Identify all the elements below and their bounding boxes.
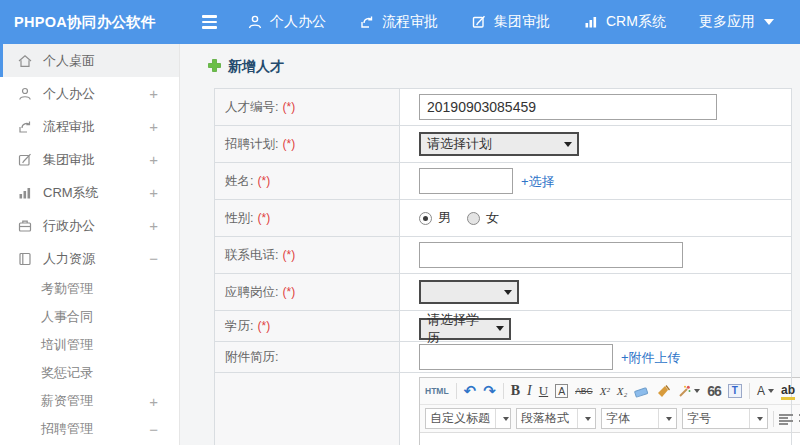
caret-down-icon [666, 417, 672, 421]
form-row-gender: 性别:(*) 男 女 [215, 200, 792, 237]
subscript-button[interactable]: X₂ [617, 385, 628, 397]
form-row-resume: 附件简历: +附件上传 [215, 342, 792, 373]
html-source-button[interactable]: HTML [425, 386, 449, 396]
edit-icon [471, 14, 487, 30]
sidebar-subitem-recruitment[interactable]: 招聘管理 − [0, 415, 179, 443]
align-left-icon[interactable] [779, 413, 794, 425]
resume-input[interactable] [419, 344, 613, 370]
workflow-icon [359, 14, 375, 30]
font-size-dropdown[interactable]: 字号 [682, 408, 768, 429]
sidebar-subitem-rewards[interactable]: 奖惩记录 [0, 359, 179, 387]
form-row-phone: 联系电话:(*) [215, 237, 792, 274]
form-row-education: 学历:(*) 请选择学历 [215, 311, 792, 342]
custom-title-dropdown[interactable]: 自定义标题 [425, 408, 511, 429]
bar-chart-icon [583, 14, 599, 30]
user-icon [247, 14, 263, 30]
blockquote-button[interactable]: 66 [707, 383, 721, 399]
sidebar-subitem-training[interactable]: 培训管理 [0, 331, 179, 359]
nav-item-more-apps[interactable]: 更多应用 [699, 13, 774, 31]
nav-item-personal-office[interactable]: 个人办公 [247, 13, 326, 31]
field-label: 招聘计划: [225, 137, 278, 151]
field-label: 应聘岗位: [225, 285, 278, 299]
underline-button[interactable]: U [539, 383, 548, 399]
bold-button[interactable]: B [511, 383, 520, 399]
sidebar-subitem-contract[interactable]: 人事合同 [0, 303, 179, 331]
choose-person-link[interactable]: +选择 [521, 174, 555, 189]
sidebar-item-workflow-approval[interactable]: 流程审批 + [0, 110, 179, 143]
sidebar-subitem-attendance[interactable]: 考勤管理 [0, 275, 179, 303]
menu-toggle-icon[interactable] [202, 15, 217, 29]
font-border-button[interactable]: A [555, 384, 568, 398]
home-icon [17, 53, 33, 69]
required-mark: (*) [282, 137, 295, 151]
required-mark: (*) [282, 285, 295, 299]
sidebar-subitem-salary[interactable]: 薪资管理 + [0, 387, 179, 415]
form-row-post: 应聘岗位:(*) [215, 274, 792, 311]
field-label: 学历: [225, 319, 253, 333]
font-family-dropdown[interactable]: 字体 [601, 408, 677, 429]
post-select[interactable] [419, 280, 519, 304]
editor-toolbar-row2: 自定义标题 段落格式 字体 字号 [420, 405, 800, 433]
field-label: 人才编号: [225, 100, 278, 114]
gender-female-radio[interactable] [467, 212, 480, 225]
font-color-button[interactable]: A [757, 384, 774, 398]
paragraph-format-dropdown[interactable]: 段落格式 [516, 408, 596, 429]
recruit-plan-select[interactable]: 请选择计划 [419, 132, 579, 156]
book-icon [17, 251, 33, 267]
undo-button[interactable]: ↶ [464, 382, 477, 400]
main-content: 新增人才 人才编号:(*) 招聘计划:(*) 请选择计划 姓名:(*) +选择 [180, 44, 800, 445]
name-input[interactable] [419, 168, 513, 194]
caret-down-icon [503, 417, 509, 421]
caret-down-icon [764, 19, 774, 25]
rich-text-editor: HTML ↶ ↷ B I U A ABC X² X₂ [419, 377, 800, 445]
strikethrough-button[interactable]: ABC [575, 386, 592, 396]
redo-button[interactable]: ↷ [483, 382, 496, 400]
caret-down-icon [585, 417, 591, 421]
form-row-talent-no: 人才编号:(*) [215, 89, 792, 126]
workflow-icon [17, 119, 33, 135]
sidebar: 个人桌面 个人办公 + 流程审批 + 集团审批 + CRM系统 [0, 44, 180, 445]
required-mark: (*) [282, 248, 295, 262]
editor-content-area[interactable] [420, 433, 800, 445]
field-label: 姓名: [225, 174, 253, 188]
caret-down-icon [504, 290, 512, 295]
required-mark: (*) [282, 100, 295, 114]
eraser-icon[interactable] [634, 385, 649, 398]
nav-item-crm[interactable]: CRM系统 [583, 13, 666, 31]
new-talent-form: 人才编号:(*) 招聘计划:(*) 请选择计划 姓名:(*) +选择 性别:(*… [214, 88, 792, 445]
auto-typeset-icon[interactable] [677, 385, 700, 398]
user-icon [17, 86, 33, 102]
caret-down-icon [694, 389, 700, 393]
format-brush-icon[interactable] [656, 385, 670, 398]
education-select[interactable]: 请选择学历 [419, 318, 511, 340]
sidebar-item-desktop[interactable]: 个人桌面 [0, 44, 179, 77]
gender-male-radio[interactable] [419, 212, 432, 225]
attachment-upload-link[interactable]: +附件上传 [621, 350, 681, 365]
required-mark: (*) [257, 211, 270, 225]
talent-no-input[interactable] [419, 94, 717, 120]
nav-item-group-approval[interactable]: 集团审批 [471, 13, 550, 31]
edit-icon [17, 152, 33, 168]
field-label: 性别: [225, 211, 253, 225]
sidebar-item-admin-office[interactable]: 行政办公 + [0, 209, 179, 242]
caret-down-icon [496, 326, 504, 331]
italic-button[interactable]: I [527, 383, 532, 399]
phone-input[interactable] [419, 242, 683, 268]
page-header: 新增人才 [180, 44, 800, 76]
sidebar-item-crm[interactable]: CRM系统 + [0, 176, 179, 209]
gender-radio-group: 男 女 [419, 209, 791, 227]
sidebar-item-personal-office[interactable]: 个人办公 + [0, 77, 179, 110]
insert-date-button[interactable]: T [728, 384, 742, 398]
caret-down-icon [564, 142, 572, 147]
highlight-color-button[interactable]: ab [781, 383, 795, 400]
briefcase-icon [17, 218, 33, 234]
field-label: 附件简历: [225, 350, 278, 364]
field-label: 联系电话: [225, 248, 278, 262]
sidebar-item-hr[interactable]: 人力资源 − [0, 242, 179, 275]
sidebar-item-group-approval[interactable]: 集团审批 + [0, 143, 179, 176]
form-row-recruit-plan: 招聘计划:(*) 请选择计划 [215, 126, 792, 163]
superscript-button[interactable]: X² [600, 385, 610, 397]
top-nav-menu: 个人办公 流程审批 集团审批 CRM系统 更多应用 [247, 13, 774, 31]
nav-item-workflow-approval[interactable]: 流程审批 [359, 13, 438, 31]
editor-toolbar-row1: HTML ↶ ↷ B I U A ABC X² X₂ [420, 378, 800, 405]
